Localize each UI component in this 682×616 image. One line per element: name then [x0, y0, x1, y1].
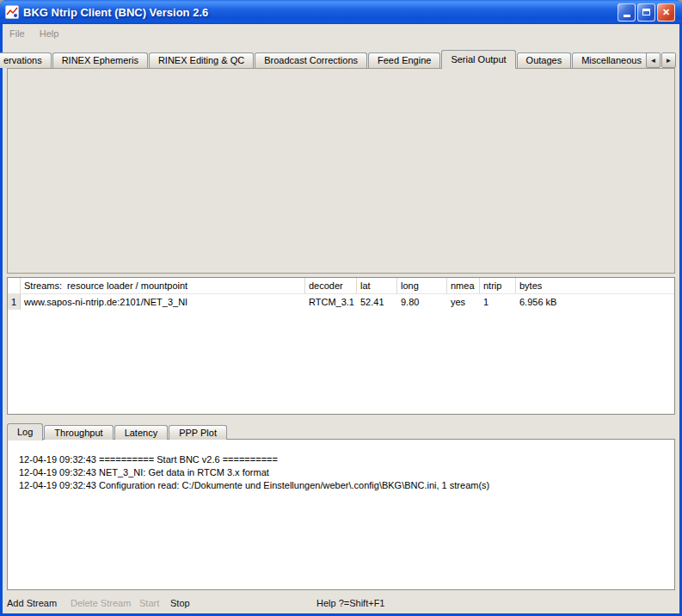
streams-table: Streams: resource loader / mountpoint de…: [7, 277, 675, 415]
header-bytes[interactable]: bytes: [516, 278, 674, 293]
tab-label: Broadcast Corrections: [264, 55, 358, 65]
log-line: 12-04-19 09:32:43 Configuration read: C:…: [19, 479, 666, 492]
cell-lat: 52.41: [357, 294, 397, 310]
delete-stream-button: Delete Stream: [71, 597, 131, 609]
main-tab-bar: ervations RINEX Ephemeris RINEX Editing …: [3, 49, 652, 68]
minimize-button[interactable]: [617, 3, 636, 22]
tab-throughput[interactable]: Throughput: [44, 425, 113, 440]
tab-label: ervations: [3, 55, 42, 65]
close-icon: ✕: [662, 7, 670, 18]
log-output[interactable]: 12-04-19 09:32:43 ========== Start BNC v…: [7, 439, 675, 590]
bottom-tab-bar: Log Throughput Latency PPP Plot: [7, 422, 228, 440]
app-window: BKG Ntrip Client (BNC) Version 2.6 ✕ Fil…: [0, 0, 682, 616]
client-area: File Help ervations RINEX Ephemeris RINE…: [3, 24, 679, 613]
menu-bar: File Help: [3, 24, 679, 43]
header-long[interactable]: long: [397, 278, 447, 293]
tab-scroll-left-button[interactable]: ◄: [646, 52, 660, 68]
tab-feed-engine[interactable]: Feed Engine: [368, 52, 440, 68]
window-controls: ✕: [617, 3, 675, 22]
close-button[interactable]: ✕: [657, 3, 675, 22]
tab-miscellaneous[interactable]: Miscellaneous: [572, 52, 651, 68]
tab-log[interactable]: Log: [7, 423, 43, 440]
tab-observations[interactable]: ervations: [0, 52, 52, 68]
cell-mountpoint: www.sapos-ni-ntrip.de:2101/NET_3_NI: [21, 294, 305, 310]
tab-label: Outages: [526, 55, 562, 65]
cell-bytes: 6.956 kB: [516, 294, 674, 310]
corner-cell: [8, 278, 21, 293]
tab-label: RINEX Ephemeris: [62, 55, 138, 65]
cell-nmea: yes: [447, 294, 480, 310]
header-mountpoint[interactable]: Streams: resource loader / mountpoint: [21, 278, 305, 293]
stop-button[interactable]: Stop: [170, 597, 190, 609]
tab-latency[interactable]: Latency: [114, 425, 169, 440]
log-line: 12-04-19 09:32:43 NET_3_NI: Get data in …: [19, 466, 666, 479]
menu-help[interactable]: Help: [40, 28, 59, 39]
log-line: 12-04-19 09:32:43 ========== Start BNC v…: [19, 453, 666, 466]
tab-label: Miscellaneous: [581, 55, 642, 65]
minimize-icon: [624, 15, 630, 17]
maximize-button[interactable]: [637, 3, 655, 22]
tab-outages[interactable]: Outages: [517, 52, 572, 68]
tab-rinex-ephemeris[interactable]: RINEX Ephemeris: [52, 52, 148, 68]
tab-broadcast-corrections[interactable]: Broadcast Corrections: [255, 52, 367, 68]
tab-scroll-buttons: ◄ ►: [645, 52, 676, 68]
serial-output-pane: [7, 68, 675, 274]
tab-label: Latency: [125, 428, 158, 438]
tab-scroll-right-button[interactable]: ►: [661, 52, 676, 68]
cell-decoder: RTCM_3.1: [305, 294, 357, 310]
header-ntrip[interactable]: ntrip: [480, 278, 516, 293]
row-number: 1: [8, 294, 21, 310]
tab-label: PPP Plot: [179, 428, 217, 438]
header-nmea[interactable]: nmea: [447, 278, 480, 293]
streams-table-header: Streams: resource loader / mountpoint de…: [8, 278, 674, 294]
tab-label: Log: [17, 427, 33, 437]
header-decoder[interactable]: decoder: [305, 278, 357, 293]
tab-label: RINEX Editing & QC: [158, 55, 244, 65]
window-title: BKG Ntrip Client (BNC) Version 2.6: [23, 6, 613, 19]
tab-ppp-plot[interactable]: PPP Plot: [169, 425, 227, 440]
tab-label: Feed Engine: [378, 55, 431, 65]
scroll-left-icon: ◄: [650, 57, 657, 65]
tab-rinex-editing-qc[interactable]: RINEX Editing & QC: [149, 52, 254, 68]
help-shortcut-label: Help ?=Shift+F1: [316, 597, 385, 609]
tab-label: Throughput: [54, 428, 102, 438]
scroll-right-icon: ►: [666, 57, 673, 65]
start-button: Start: [139, 597, 159, 609]
menu-file[interactable]: File: [9, 28, 25, 39]
maximize-icon: [642, 9, 650, 15]
tab-serial-output[interactable]: Serial Output: [441, 50, 515, 69]
cell-ntrip: 1: [480, 294, 516, 310]
table-row[interactable]: 1 www.sapos-ni-ntrip.de:2101/NET_3_NI RT…: [8, 294, 674, 310]
tab-label: Serial Output: [451, 54, 506, 65]
cell-long: 9.80: [397, 294, 447, 310]
title-bar[interactable]: BKG Ntrip Client (BNC) Version 2.6 ✕: [0, 0, 682, 24]
app-icon[interactable]: [5, 5, 19, 19]
add-stream-button[interactable]: Add Stream: [7, 597, 57, 609]
header-lat[interactable]: lat: [357, 278, 397, 293]
